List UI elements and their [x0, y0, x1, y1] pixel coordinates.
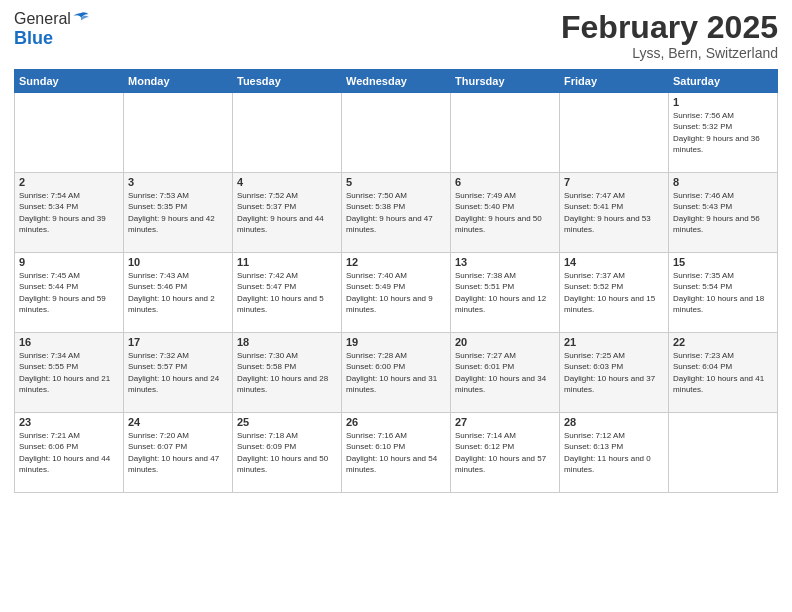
day-cell: 20Sunrise: 7:27 AM Sunset: 6:01 PM Dayli… — [451, 333, 560, 413]
day-cell: 13Sunrise: 7:38 AM Sunset: 5:51 PM Dayli… — [451, 253, 560, 333]
day-info: Sunrise: 7:46 AM Sunset: 5:43 PM Dayligh… — [673, 190, 773, 235]
weekday-header-tuesday: Tuesday — [233, 70, 342, 93]
day-cell: 5Sunrise: 7:50 AM Sunset: 5:38 PM Daylig… — [342, 173, 451, 253]
week-row-2: 2Sunrise: 7:54 AM Sunset: 5:34 PM Daylig… — [15, 173, 778, 253]
day-cell — [560, 93, 669, 173]
day-info: Sunrise: 7:47 AM Sunset: 5:41 PM Dayligh… — [564, 190, 664, 235]
day-number: 3 — [128, 176, 228, 188]
day-number: 17 — [128, 336, 228, 348]
day-info: Sunrise: 7:53 AM Sunset: 5:35 PM Dayligh… — [128, 190, 228, 235]
day-info: Sunrise: 7:25 AM Sunset: 6:03 PM Dayligh… — [564, 350, 664, 395]
weekday-header-sunday: Sunday — [15, 70, 124, 93]
day-number: 26 — [346, 416, 446, 428]
day-number: 20 — [455, 336, 555, 348]
day-info: Sunrise: 7:14 AM Sunset: 6:12 PM Dayligh… — [455, 430, 555, 475]
weekday-header-monday: Monday — [124, 70, 233, 93]
header: General Blue February 2025 Lyss, Bern, S… — [14, 10, 778, 61]
day-cell: 23Sunrise: 7:21 AM Sunset: 6:06 PM Dayli… — [15, 413, 124, 493]
day-info: Sunrise: 7:23 AM Sunset: 6:04 PM Dayligh… — [673, 350, 773, 395]
week-row-5: 23Sunrise: 7:21 AM Sunset: 6:06 PM Dayli… — [15, 413, 778, 493]
day-cell: 10Sunrise: 7:43 AM Sunset: 5:46 PM Dayli… — [124, 253, 233, 333]
day-number: 11 — [237, 256, 337, 268]
day-info: Sunrise: 7:52 AM Sunset: 5:37 PM Dayligh… — [237, 190, 337, 235]
day-cell: 25Sunrise: 7:18 AM Sunset: 6:09 PM Dayli… — [233, 413, 342, 493]
day-number: 4 — [237, 176, 337, 188]
day-info: Sunrise: 7:16 AM Sunset: 6:10 PM Dayligh… — [346, 430, 446, 475]
day-number: 7 — [564, 176, 664, 188]
day-cell: 16Sunrise: 7:34 AM Sunset: 5:55 PM Dayli… — [15, 333, 124, 413]
day-cell — [233, 93, 342, 173]
logo-blue-text: Blue — [14, 28, 90, 49]
day-info: Sunrise: 7:21 AM Sunset: 6:06 PM Dayligh… — [19, 430, 119, 475]
day-cell: 27Sunrise: 7:14 AM Sunset: 6:12 PM Dayli… — [451, 413, 560, 493]
day-number: 14 — [564, 256, 664, 268]
day-cell: 6Sunrise: 7:49 AM Sunset: 5:40 PM Daylig… — [451, 173, 560, 253]
weekday-header-row: SundayMondayTuesdayWednesdayThursdayFrid… — [15, 70, 778, 93]
day-number: 16 — [19, 336, 119, 348]
day-cell — [124, 93, 233, 173]
day-info: Sunrise: 7:42 AM Sunset: 5:47 PM Dayligh… — [237, 270, 337, 315]
day-cell: 22Sunrise: 7:23 AM Sunset: 6:04 PM Dayli… — [669, 333, 778, 413]
day-cell — [669, 413, 778, 493]
day-number: 21 — [564, 336, 664, 348]
day-number: 13 — [455, 256, 555, 268]
day-info: Sunrise: 7:40 AM Sunset: 5:49 PM Dayligh… — [346, 270, 446, 315]
day-number: 15 — [673, 256, 773, 268]
day-cell — [451, 93, 560, 173]
day-number: 27 — [455, 416, 555, 428]
weekday-header-thursday: Thursday — [451, 70, 560, 93]
day-number: 25 — [237, 416, 337, 428]
day-info: Sunrise: 7:12 AM Sunset: 6:13 PM Dayligh… — [564, 430, 664, 475]
day-cell: 1Sunrise: 7:56 AM Sunset: 5:32 PM Daylig… — [669, 93, 778, 173]
day-cell — [15, 93, 124, 173]
day-cell: 2Sunrise: 7:54 AM Sunset: 5:34 PM Daylig… — [15, 173, 124, 253]
day-cell: 12Sunrise: 7:40 AM Sunset: 5:49 PM Dayli… — [342, 253, 451, 333]
weekday-header-friday: Friday — [560, 70, 669, 93]
day-cell: 14Sunrise: 7:37 AM Sunset: 5:52 PM Dayli… — [560, 253, 669, 333]
day-info: Sunrise: 7:38 AM Sunset: 5:51 PM Dayligh… — [455, 270, 555, 315]
day-cell: 17Sunrise: 7:32 AM Sunset: 5:57 PM Dayli… — [124, 333, 233, 413]
week-row-4: 16Sunrise: 7:34 AM Sunset: 5:55 PM Dayli… — [15, 333, 778, 413]
day-number: 8 — [673, 176, 773, 188]
day-cell: 28Sunrise: 7:12 AM Sunset: 6:13 PM Dayli… — [560, 413, 669, 493]
title-block: February 2025 Lyss, Bern, Switzerland — [561, 10, 778, 61]
day-cell — [342, 93, 451, 173]
day-info: Sunrise: 7:50 AM Sunset: 5:38 PM Dayligh… — [346, 190, 446, 235]
weekday-header-saturday: Saturday — [669, 70, 778, 93]
day-info: Sunrise: 7:18 AM Sunset: 6:09 PM Dayligh… — [237, 430, 337, 475]
logo: General Blue — [14, 10, 90, 49]
day-info: Sunrise: 7:54 AM Sunset: 5:34 PM Dayligh… — [19, 190, 119, 235]
day-info: Sunrise: 7:20 AM Sunset: 6:07 PM Dayligh… — [128, 430, 228, 475]
day-info: Sunrise: 7:43 AM Sunset: 5:46 PM Dayligh… — [128, 270, 228, 315]
day-number: 18 — [237, 336, 337, 348]
day-cell: 3Sunrise: 7:53 AM Sunset: 5:35 PM Daylig… — [124, 173, 233, 253]
day-number: 1 — [673, 96, 773, 108]
day-cell: 4Sunrise: 7:52 AM Sunset: 5:37 PM Daylig… — [233, 173, 342, 253]
day-number: 28 — [564, 416, 664, 428]
day-info: Sunrise: 7:49 AM Sunset: 5:40 PM Dayligh… — [455, 190, 555, 235]
day-info: Sunrise: 7:45 AM Sunset: 5:44 PM Dayligh… — [19, 270, 119, 315]
week-row-3: 9Sunrise: 7:45 AM Sunset: 5:44 PM Daylig… — [15, 253, 778, 333]
day-number: 12 — [346, 256, 446, 268]
day-info: Sunrise: 7:35 AM Sunset: 5:54 PM Dayligh… — [673, 270, 773, 315]
day-number: 22 — [673, 336, 773, 348]
logo-general-text: General — [14, 10, 71, 28]
location: Lyss, Bern, Switzerland — [561, 45, 778, 61]
day-info: Sunrise: 7:32 AM Sunset: 5:57 PM Dayligh… — [128, 350, 228, 395]
day-number: 19 — [346, 336, 446, 348]
day-cell: 15Sunrise: 7:35 AM Sunset: 5:54 PM Dayli… — [669, 253, 778, 333]
day-info: Sunrise: 7:27 AM Sunset: 6:01 PM Dayligh… — [455, 350, 555, 395]
day-number: 2 — [19, 176, 119, 188]
day-info: Sunrise: 7:34 AM Sunset: 5:55 PM Dayligh… — [19, 350, 119, 395]
day-info: Sunrise: 7:56 AM Sunset: 5:32 PM Dayligh… — [673, 110, 773, 155]
day-cell: 26Sunrise: 7:16 AM Sunset: 6:10 PM Dayli… — [342, 413, 451, 493]
day-number: 24 — [128, 416, 228, 428]
day-number: 23 — [19, 416, 119, 428]
day-number: 10 — [128, 256, 228, 268]
day-info: Sunrise: 7:30 AM Sunset: 5:58 PM Dayligh… — [237, 350, 337, 395]
day-cell: 11Sunrise: 7:42 AM Sunset: 5:47 PM Dayli… — [233, 253, 342, 333]
day-cell: 21Sunrise: 7:25 AM Sunset: 6:03 PM Dayli… — [560, 333, 669, 413]
day-cell: 8Sunrise: 7:46 AM Sunset: 5:43 PM Daylig… — [669, 173, 778, 253]
day-number: 9 — [19, 256, 119, 268]
day-number: 5 — [346, 176, 446, 188]
